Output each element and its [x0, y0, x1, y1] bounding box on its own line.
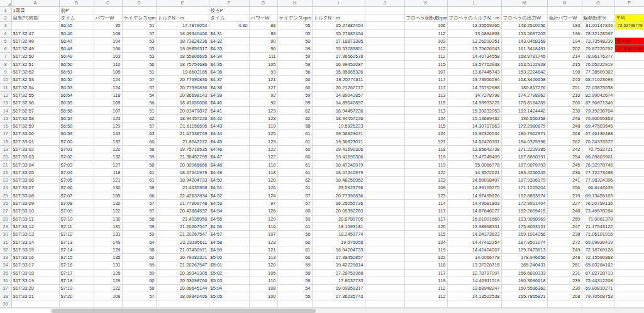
cell-G13[interactable]: 92	[249, 99, 277, 107]
cell-N18[interactable]: 262	[547, 138, 582, 145]
cell-A24[interactable]: $17:33:07	[11, 184, 59, 192]
column-header-E[interactable]: E	[156, 0, 209, 6]
cell-F32[interactable]: $4:59	[209, 246, 249, 253]
cell-J5[interactable]	[365, 37, 404, 45]
cell-M24[interactable]: 171.1215204	[501, 184, 547, 192]
cell-P18[interactable]	[614, 138, 644, 145]
cell-D27[interactable]: 57	[122, 207, 156, 215]
cell-K37[interactable]: 112	[404, 285, 447, 292]
column-header-H[interactable]: H	[277, 0, 312, 6]
cell-A23[interactable]: $17:33:06	[11, 177, 59, 184]
cell-O32[interactable]: 72.18769128	[582, 246, 614, 253]
row-header-12[interactable]: 12	[0, 91, 11, 99]
cell-P12[interactable]	[614, 91, 644, 99]
column-header-G[interactable]: G	[249, 0, 277, 6]
cell-G14[interactable]: 123	[249, 107, 277, 114]
cell-I9[interactable]: 15.85865326	[312, 68, 365, 75]
cell-M19[interactable]: 171.2229185	[501, 145, 547, 153]
cell-J1[interactable]	[365, 6, 404, 14]
cell-M21[interactable]: 187.0079793	[501, 161, 547, 168]
cell-M12[interactable]: 174.2798962	[501, 91, 547, 99]
cell-B6[interactable]: $6:48	[59, 45, 94, 52]
cell-M2[interactable]: プロペラの出力W	[501, 14, 547, 21]
cell-C39[interactable]	[94, 300, 122, 307]
cell-A7[interactable]: $17:32:50	[11, 53, 59, 60]
column-header-M[interactable]: M	[501, 0, 547, 6]
cell-K35[interactable]: 117	[404, 269, 447, 277]
cell-G27[interactable]: 126	[249, 207, 277, 215]
cell-N31[interactable]: 272	[547, 238, 582, 246]
cell-M36[interactable]: 180.3090618	[501, 277, 547, 284]
cell-N39[interactable]	[547, 300, 582, 307]
cell-K30[interactable]: 115	[404, 231, 447, 238]
cell-J24[interactable]	[365, 184, 404, 192]
cell-I35[interactable]: 17.28751968	[312, 269, 365, 277]
cell-L35[interactable]: 12.78797997	[447, 269, 501, 277]
row-header-1[interactable]: 1	[0, 6, 11, 14]
cell-F8[interactable]: $4:35	[209, 60, 249, 68]
cell-K28[interactable]: 117	[404, 215, 447, 222]
cell-N24[interactable]: 256	[547, 184, 582, 192]
cell-P33[interactable]	[614, 254, 644, 261]
cell-B10[interactable]: $6:52	[59, 76, 94, 84]
cell-J30[interactable]	[365, 231, 404, 238]
cell-H27[interactable]: 60	[277, 207, 312, 215]
cell-J37[interactable]	[365, 285, 404, 292]
cell-H17[interactable]: 61	[277, 130, 312, 138]
cell-E39[interactable]	[156, 300, 209, 307]
cell-L29[interactable]: 13.98998331	[447, 222, 501, 230]
cell-C38[interactable]: 108	[94, 292, 122, 300]
cell-A38[interactable]: $17:33:21	[11, 292, 59, 300]
cell-C10[interactable]: 124	[94, 76, 122, 84]
cell-P13[interactable]	[614, 99, 644, 107]
cell-B11[interactable]: $6:53	[59, 84, 94, 91]
cell-A2[interactable]: 目黒PC時刻	[11, 14, 59, 21]
cell-H38[interactable]: 55	[277, 292, 312, 300]
cell-I19[interactable]: 19.41690306	[312, 145, 365, 153]
cell-K15[interactable]: 124	[404, 114, 447, 122]
cell-J9[interactable]	[365, 68, 404, 75]
cell-D17[interactable]: 63	[122, 130, 156, 138]
cell-K21[interactable]: 119	[404, 161, 447, 168]
cell-B35[interactable]: $7:17	[59, 269, 94, 277]
cell-P19[interactable]	[614, 145, 644, 153]
cell-D30[interactable]: 59	[122, 231, 156, 238]
cell-F21[interactable]: $4:48	[209, 161, 249, 168]
cell-G2[interactable]: パワーW	[249, 14, 277, 21]
cell-B2[interactable]: タイム	[59, 14, 94, 21]
cell-C18[interactable]: 137	[94, 138, 122, 145]
cell-L23[interactable]: 14.59098497	[447, 177, 501, 184]
cell-K10[interactable]: 117	[404, 76, 447, 84]
cell-D7[interactable]: 53	[122, 53, 156, 60]
cell-E7[interactable]: 18.55806695	[156, 53, 209, 60]
cell-N17[interactable]: 268	[547, 130, 582, 138]
cell-G37[interactable]: 108	[249, 285, 277, 292]
cell-J38[interactable]	[365, 292, 404, 300]
cell-O26[interactable]: 76.20799136	[582, 199, 614, 207]
column-header-N[interactable]: N	[547, 0, 582, 6]
cell-A35[interactable]: $17:33:18	[11, 269, 59, 277]
row-header-2[interactable]: 2	[0, 14, 11, 21]
cell-E38[interactable]: 18.09340406	[156, 292, 209, 300]
cell-A3[interactable]	[11, 22, 59, 30]
cell-P35[interactable]	[614, 269, 644, 277]
cell-H10[interactable]: 60	[277, 76, 312, 84]
cell-E35[interactable]: 20.39341305	[156, 269, 209, 277]
cell-G20[interactable]: 122	[249, 153, 277, 161]
cell-A33[interactable]: $17:33:16	[11, 254, 59, 261]
cell-D24[interactable]: 58	[122, 184, 156, 192]
cell-A6[interactable]: $17:32:49	[11, 45, 59, 52]
cell-G29[interactable]: 116	[249, 222, 277, 230]
cell-K2[interactable]: プロペラ回転数rpm	[404, 14, 447, 21]
cell-A21[interactable]: $17:33:04	[11, 161, 59, 168]
cell-B3[interactable]: $6:45	[59, 22, 94, 30]
cell-A15[interactable]: $17:32:58	[11, 114, 59, 122]
cell-F37[interactable]: $5:04	[209, 285, 249, 292]
cell-N11[interactable]: 251	[547, 84, 582, 91]
cell-O38[interactable]: 79.70508753	[582, 292, 614, 300]
column-header-J[interactable]: J	[365, 0, 404, 6]
cell-H6[interactable]: 59	[277, 45, 312, 52]
cell-C21[interactable]: 127	[94, 161, 122, 168]
cell-N9[interactable]: 198	[547, 68, 582, 75]
cell-C24[interactable]: 130	[94, 184, 122, 192]
